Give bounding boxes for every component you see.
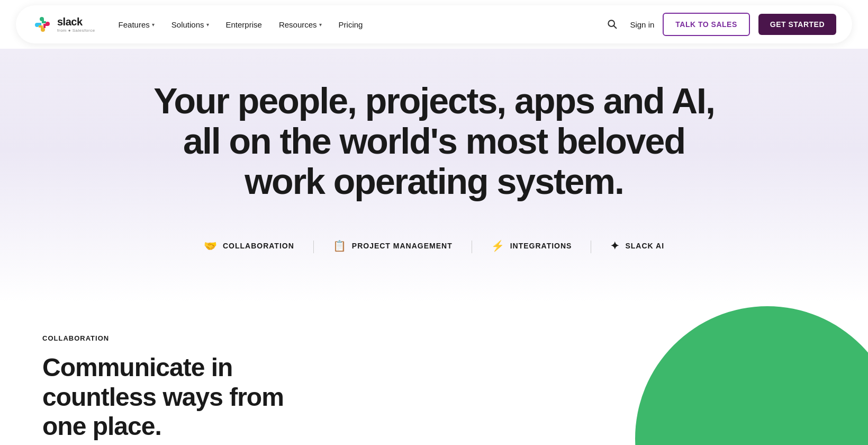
green-circle-decoration xyxy=(635,306,868,445)
collaboration-icon: 🤝 xyxy=(204,239,218,252)
get-started-button[interactable]: GET STARTED xyxy=(758,14,836,35)
nav-links: Features ▾ Solutions ▾ Enterprise Resour… xyxy=(111,16,603,33)
nav-enterprise[interactable]: Enterprise xyxy=(219,16,269,33)
slack-logo-icon xyxy=(32,14,53,35)
logo-link[interactable]: slack from ● Salesforce xyxy=(32,14,95,35)
tab-project-management[interactable]: 📋 PROJECT MANAGEMENT xyxy=(314,233,472,260)
tab-slack-ai[interactable]: ✦ SLACK AI xyxy=(591,233,683,260)
talk-to-sales-button[interactable]: TALK TO SALES xyxy=(663,13,749,36)
nav-pricing[interactable]: Pricing xyxy=(331,16,370,33)
project-management-icon: 📋 xyxy=(333,239,347,252)
slack-ai-icon: ✦ xyxy=(610,239,620,252)
nav-features[interactable]: Features ▾ xyxy=(111,16,162,33)
chevron-down-icon: ▾ xyxy=(319,22,322,28)
nav-solutions[interactable]: Solutions ▾ xyxy=(164,16,216,33)
svg-rect-3 xyxy=(39,25,43,28)
chevron-down-icon: ▾ xyxy=(206,22,209,28)
nav-resources[interactable]: Resources ▾ xyxy=(272,16,329,33)
salesforce-sub: from ● Salesforce xyxy=(57,28,95,33)
search-icon xyxy=(607,19,617,29)
nav-right: Sign in TALK TO SALES GET STARTED xyxy=(602,13,836,36)
svg-line-5 xyxy=(614,25,617,28)
logo-text: slack from ● Salesforce xyxy=(57,16,95,33)
svg-rect-2 xyxy=(43,24,46,28)
slack-wordmark: slack xyxy=(57,16,95,28)
hero-section: Your people, projects, apps and AI, all … xyxy=(0,49,868,302)
tab-integrations[interactable]: ⚡ INTEGRATIONS xyxy=(472,233,591,260)
tab-collaboration[interactable]: 🤝 COLLABORATION xyxy=(185,233,313,260)
content-section: COLLABORATION Communicate in countless w… xyxy=(0,302,868,445)
section-headline: Communicate in countless ways from one p… xyxy=(42,353,318,441)
svg-rect-1 xyxy=(42,21,46,23)
chevron-down-icon: ▾ xyxy=(152,22,155,28)
integrations-icon: ⚡ xyxy=(491,239,505,252)
hero-headline: Your people, projects, apps and AI, all … xyxy=(143,81,725,201)
main-nav: slack from ● Salesforce Features ▾ Solut… xyxy=(16,5,852,43)
sign-in-link[interactable]: Sign in xyxy=(630,20,654,29)
nav-wrapper: slack from ● Salesforce Features ▾ Solut… xyxy=(0,0,868,49)
feature-tabs: 🤝 COLLABORATION 📋 PROJECT MANAGEMENT ⚡ I… xyxy=(185,233,683,260)
search-button[interactable] xyxy=(602,14,621,35)
